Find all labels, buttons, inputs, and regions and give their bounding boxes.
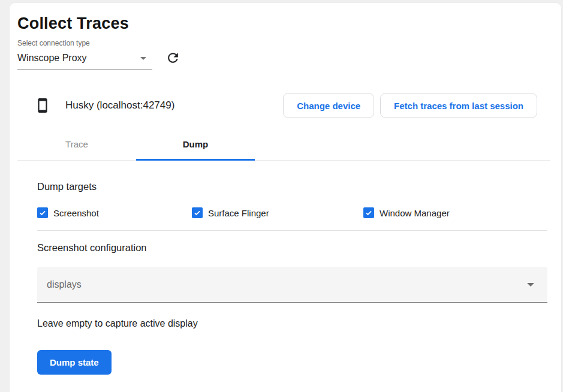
checkbox-screenshot-label: Screenshot xyxy=(53,208,99,218)
device-row: Husky (localhost:42749) Change device Fe… xyxy=(17,91,561,120)
checkbox-window-manager-label: Window Manager xyxy=(380,208,450,218)
checkbox-screenshot[interactable]: Screenshot xyxy=(37,207,192,218)
connection-type-value: Winscope Proxy xyxy=(17,53,87,63)
screenshot-config-heading: Screenshot configuration xyxy=(37,242,547,254)
device-name: Husky (localhost:42749) xyxy=(65,99,174,111)
caret-down-icon xyxy=(527,283,534,287)
checkbox-checked-icon xyxy=(37,207,48,218)
checkbox-window-manager[interactable]: Window Manager xyxy=(363,207,450,218)
fetch-traces-button[interactable]: Fetch traces from last session xyxy=(380,93,537,118)
smartphone-icon xyxy=(35,97,50,114)
dump-state-button[interactable]: Dump state xyxy=(37,350,112,375)
tab-trace-label: Trace xyxy=(65,139,88,149)
active-tab-indicator xyxy=(136,159,255,161)
tab-dump[interactable]: Dump xyxy=(136,128,255,160)
dump-targets-heading: Dump targets xyxy=(37,180,547,193)
checkbox-surface-flinger[interactable]: Surface Flinger xyxy=(192,207,363,218)
connection-type-select[interactable]: Winscope Proxy xyxy=(17,47,152,70)
tab-bar: Trace Dump xyxy=(17,128,550,161)
dump-tab-panel: Dump targets Screenshot Surface Flinger xyxy=(37,180,547,375)
page-title: Collect Traces xyxy=(17,14,561,33)
caret-down-icon xyxy=(140,57,146,60)
displays-select[interactable]: displays xyxy=(37,267,547,303)
refresh-connection-button[interactable] xyxy=(162,48,183,70)
checkbox-surface-flinger-label: Surface Flinger xyxy=(208,208,269,218)
checkbox-checked-icon xyxy=(363,207,374,218)
displays-hint: Leave empty to capture active display xyxy=(37,318,547,330)
device-buttons: Change device Fetch traces from last ses… xyxy=(277,93,537,118)
tab-trace[interactable]: Trace xyxy=(17,128,136,160)
refresh-icon xyxy=(165,50,180,67)
change-device-button[interactable]: Change device xyxy=(283,93,374,118)
connection-row: Winscope Proxy xyxy=(17,47,561,70)
tab-dump-label: Dump xyxy=(183,139,209,149)
dump-targets-row: Screenshot Surface Flinger Window Manage… xyxy=(37,207,547,219)
section-divider xyxy=(37,230,547,231)
displays-select-value: displays xyxy=(47,279,82,290)
checkbox-checked-icon xyxy=(192,207,203,218)
collect-traces-card: Collect Traces Select connection type Wi… xyxy=(9,2,562,392)
connection-type-label: Select connection type xyxy=(17,39,561,47)
